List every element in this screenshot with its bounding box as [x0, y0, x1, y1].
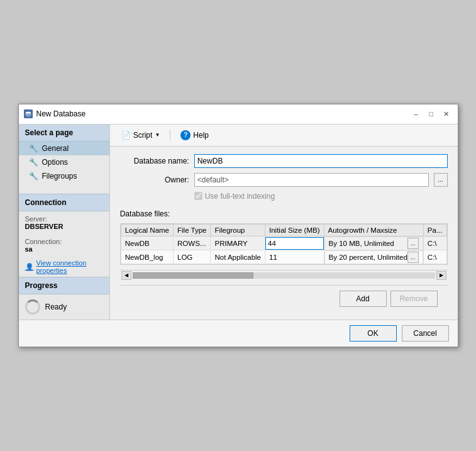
- script-button[interactable]: 📄 Script ▼: [116, 129, 165, 142]
- help-label: Help: [193, 131, 209, 140]
- form-area: Database name: Owner: ... Use full-text …: [110, 147, 458, 320]
- close-button[interactable]: ✕: [440, 108, 453, 120]
- server-value: DBSERVER: [25, 223, 103, 230]
- maximize-button[interactable]: □: [425, 108, 438, 120]
- window-body: Select a page 🔧 General 🔧 Options 🔧 File…: [19, 125, 458, 320]
- sidebar-item-filegroups[interactable]: 🔧 Filegroups: [19, 169, 109, 183]
- cell-file-type-2: LOG: [174, 250, 211, 264]
- initial-size-input-1[interactable]: [265, 237, 324, 250]
- table-row: NewDB ROWS... PRIMARY By 10 MB, Unlimite…: [121, 236, 446, 250]
- help-icon: ?: [180, 130, 191, 140]
- col-logical-name: Logical Name: [121, 224, 173, 236]
- connection-link-text: View connection properties: [36, 259, 103, 274]
- title-bar-left: New Database: [24, 109, 86, 118]
- owner-input[interactable]: [194, 173, 429, 187]
- window-title: New Database: [36, 109, 86, 118]
- cell-filegroup-2: Not Applicable: [211, 250, 265, 264]
- db-files-table: Logical Name File Type Filegroup Initial…: [121, 224, 447, 265]
- scroll-right-arrow[interactable]: ▶: [436, 271, 446, 280]
- scroll-thumb[interactable]: [133, 272, 253, 279]
- owner-label: Owner:: [120, 175, 189, 184]
- db-files-label: Database files:: [120, 209, 448, 218]
- sidebar-item-general[interactable]: 🔧 General: [19, 142, 109, 155]
- db-name-input[interactable]: [194, 154, 448, 168]
- col-autogrowth: Autogrowth / Maxsize: [324, 224, 423, 236]
- script-dropdown-arrow: ▼: [155, 132, 160, 138]
- col-initial-size: Initial Size (MB): [265, 224, 324, 236]
- fulltext-label: Use full-text indexing: [205, 192, 275, 201]
- bottom-bar: OK Cancel: [19, 320, 458, 347]
- scroll-track[interactable]: [133, 272, 435, 279]
- database-icon: [24, 109, 33, 118]
- cell-autogrowth-2: By 20 percent, Unlimited ...: [324, 250, 423, 264]
- table-row: NewDB_log LOG Not Applicable 11 By 20 pe…: [121, 250, 446, 264]
- connection-label: Connection:: [25, 238, 103, 245]
- minimize-button[interactable]: –: [410, 108, 423, 120]
- sidebar-label-filegroups: Filegroups: [42, 172, 77, 181]
- title-bar: New Database – □ ✕: [19, 104, 458, 125]
- cancel-button[interactable]: Cancel: [402, 325, 449, 342]
- owner-browse-button[interactable]: ...: [434, 173, 448, 187]
- table-header: Logical Name File Type Filegroup Initial…: [121, 224, 446, 236]
- new-database-window: New Database – □ ✕ Select a page 🔧 Gener…: [18, 104, 458, 348]
- svg-point-0: [26, 112, 31, 114]
- cell-path-1: C:\: [423, 236, 446, 250]
- sidebar-label-general: General: [42, 144, 69, 153]
- title-controls: – □ ✕: [410, 108, 453, 120]
- sidebar-bottom: Connection Server: DBSERVER Connection: …: [19, 194, 109, 320]
- connection-info: Connection: sa: [19, 234, 109, 257]
- script-icon: 📄: [121, 131, 131, 140]
- col-path: Pa...: [423, 224, 446, 236]
- wrench-icon-general: 🔧: [29, 144, 38, 153]
- ok-button[interactable]: OK: [350, 325, 397, 342]
- connection-section-title: Connection: [19, 194, 109, 211]
- add-remove-row: Add Remove: [120, 285, 448, 312]
- sidebar-item-options[interactable]: 🔧 Options: [19, 155, 109, 169]
- progress-area: Ready: [19, 294, 109, 320]
- sidebar: Select a page 🔧 General 🔧 Options 🔧 File…: [19, 125, 110, 320]
- help-button[interactable]: ? Help: [175, 128, 214, 142]
- cell-logical-name-1: NewDB: [121, 236, 173, 250]
- autogrowth-browse-1[interactable]: ...: [407, 238, 419, 249]
- server-info: Server: DBSERVER: [19, 211, 109, 234]
- horizontal-scrollbar[interactable]: ◀ ▶: [120, 270, 448, 280]
- progress-section-title: Progress: [19, 277, 109, 294]
- autogrowth-browse-2[interactable]: ...: [407, 252, 419, 263]
- main-content: 📄 Script ▼ ? Help Database name: Owner:: [110, 125, 458, 320]
- add-button[interactable]: Add: [340, 291, 387, 307]
- db-files-table-wrapper: Logical Name File Type Filegroup Initial…: [120, 223, 448, 265]
- toolbar: 📄 Script ▼ ? Help: [110, 125, 458, 147]
- fulltext-row: Use full-text indexing: [194, 192, 448, 201]
- cell-file-type-1: ROWS...: [174, 236, 211, 250]
- cell-path-2: C:\: [423, 250, 446, 264]
- wrench-icon-filegroups: 🔧: [29, 172, 38, 181]
- remove-button[interactable]: Remove: [390, 291, 438, 307]
- progress-spinner: [25, 299, 40, 315]
- cell-initial-size-1[interactable]: [265, 236, 324, 250]
- select-page-title: Select a page: [19, 125, 109, 142]
- toolbar-separator: [170, 130, 170, 141]
- sidebar-label-options: Options: [42, 158, 68, 167]
- cell-filegroup-1: PRIMARY: [211, 236, 265, 250]
- table-body: NewDB ROWS... PRIMARY By 10 MB, Unlimite…: [121, 236, 446, 264]
- connection-link-icon: 👤: [25, 263, 34, 271]
- scroll-left-arrow[interactable]: ◀: [121, 271, 131, 280]
- server-label: Server:: [25, 215, 103, 223]
- fulltext-checkbox: [194, 192, 202, 200]
- script-label: Script: [133, 131, 153, 140]
- cell-initial-size-2: 11: [265, 250, 324, 264]
- progress-status: Ready: [45, 303, 67, 311]
- connection-value: sa: [25, 245, 103, 253]
- view-connection-link[interactable]: 👤 View connection properties: [19, 257, 109, 277]
- col-file-type: File Type: [174, 224, 211, 236]
- db-name-row: Database name:: [120, 154, 448, 168]
- col-filegroup: Filegroup: [211, 224, 265, 236]
- cell-logical-name-2: NewDB_log: [121, 250, 173, 264]
- wrench-icon-options: 🔧: [29, 158, 38, 167]
- owner-row: Owner: ...: [120, 173, 448, 187]
- cell-autogrowth-1: By 10 MB, Unlimited ...: [324, 237, 423, 250]
- db-name-label: Database name:: [120, 157, 189, 165]
